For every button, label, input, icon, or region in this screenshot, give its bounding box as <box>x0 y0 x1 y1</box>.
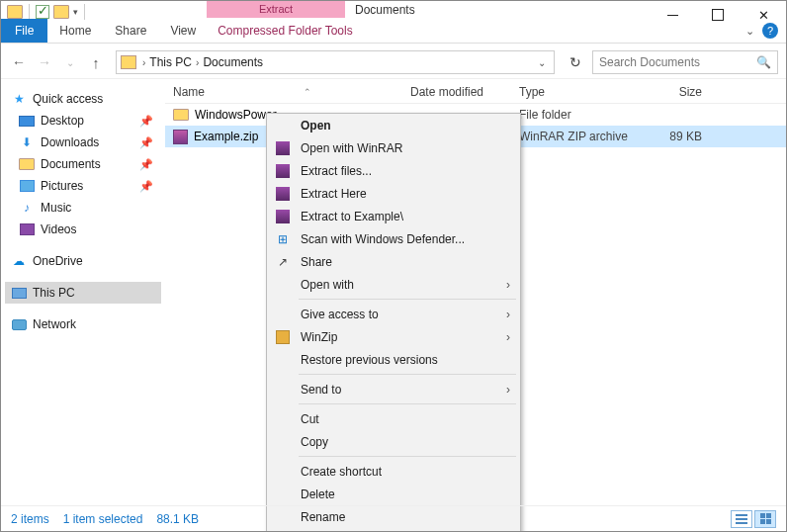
menu-item-open-with[interactable]: Open with› <box>267 273 520 296</box>
ribbon-collapse-icon[interactable]: ⌄ <box>745 25 754 38</box>
details-view-button[interactable] <box>731 510 752 528</box>
sidebar-item-onedrive[interactable]: ☁OneDrive <box>5 250 161 272</box>
menu-item-restore-versions[interactable]: Restore previous versions <box>267 348 520 371</box>
forward-button[interactable]: → <box>35 52 54 72</box>
pin-icon: 📌 <box>139 115 153 128</box>
pictures-icon <box>20 180 35 192</box>
crumb-sep-icon[interactable]: › <box>140 57 147 68</box>
sidebar-item-pictures[interactable]: Pictures📌 <box>5 175 161 197</box>
column-header-type[interactable]: Type <box>519 85 633 99</box>
view-tab[interactable]: View <box>158 19 208 43</box>
sidebar-label: Desktop <box>41 114 84 128</box>
sidebar-label: Quick access <box>33 92 103 106</box>
properties-qat-icon[interactable] <box>36 5 49 19</box>
file-size: 89 KB <box>633 130 712 143</box>
sidebar-item-downloads[interactable]: ⬇Downloads📌 <box>5 132 161 153</box>
sidebar-label: Downloads <box>41 135 99 149</box>
compressed-folder-tools-tab[interactable]: Compressed Folder Tools <box>208 19 363 43</box>
downloads-icon: ⬇ <box>19 134 35 150</box>
recent-dropdown-icon[interactable]: ⌄ <box>60 52 80 72</box>
back-button[interactable]: ← <box>9 52 29 72</box>
ribbon-border <box>1 43 786 44</box>
menu-item-share[interactable]: ↗Share <box>267 250 520 273</box>
search-input[interactable]: Search Documents 🔍 <box>592 50 778 74</box>
sidebar-label: Music <box>41 201 71 215</box>
qat-sep-2 <box>84 4 85 20</box>
search-placeholder: Search Documents <box>599 55 700 69</box>
qat-dropdown-icon[interactable]: ▾ <box>73 7 78 17</box>
address-folder-icon <box>121 55 136 69</box>
address-bar[interactable]: › This PC › Documents ⌄ <box>116 50 555 74</box>
menu-item-copy[interactable]: Copy <box>267 430 520 453</box>
file-type: WinRAR ZIP archive <box>519 130 633 143</box>
star-icon: ★ <box>11 91 27 107</box>
file-tab[interactable]: File <box>1 19 47 43</box>
menu-item-extract-to[interactable]: Extract to Example\ <box>267 205 520 227</box>
folder-icon[interactable] <box>7 5 23 19</box>
videos-icon <box>20 223 35 235</box>
view-mode-buttons <box>731 510 776 528</box>
defender-shield-icon: ⊞ <box>275 231 291 247</box>
music-icon: ♪ <box>19 200 35 216</box>
column-headers: Name⌃ Date modified Type Size <box>165 80 786 104</box>
sidebar-label: Pictures <box>41 179 83 193</box>
documents-icon <box>19 158 35 170</box>
pin-icon: 📌 <box>139 158 153 171</box>
folder-icon <box>173 109 189 121</box>
sidebar-item-videos[interactable]: Videos <box>5 219 161 240</box>
menu-separator <box>299 456 516 457</box>
menu-item-create-shortcut[interactable]: Create shortcut <box>267 460 520 483</box>
sidebar-label: Documents <box>41 157 101 171</box>
new-folder-qat-icon[interactable] <box>53 5 69 19</box>
sidebar-item-music[interactable]: ♪Music <box>5 197 161 219</box>
home-tab[interactable]: Home <box>47 19 103 43</box>
status-selected: 1 item selected <box>63 512 143 526</box>
navbar-border <box>1 78 786 79</box>
sort-asc-icon: ⌃ <box>304 87 311 97</box>
refresh-button[interactable]: ↻ <box>565 51 586 73</box>
menu-item-open[interactable]: Open <box>267 114 520 136</box>
winrar-icon <box>276 141 290 155</box>
menu-item-cut[interactable]: Cut <box>267 407 520 430</box>
submenu-arrow-icon: › <box>506 383 510 397</box>
menu-item-scan-defender[interactable]: ⊞Scan with Windows Defender... <box>267 227 520 250</box>
status-bar: 2 items 1 item selected 88.1 KB <box>1 505 786 531</box>
thumbnails-view-button[interactable] <box>754 510 776 528</box>
menu-separator <box>299 299 516 300</box>
sidebar-label: Network <box>33 317 76 331</box>
crumb-sep-icon[interactable]: › <box>194 57 201 68</box>
sidebar-item-network[interactable]: Network <box>5 313 161 335</box>
column-header-date[interactable]: Date modified <box>410 85 519 99</box>
address-dropdown-icon[interactable]: ⌄ <box>534 57 550 68</box>
crumb-this-pc[interactable]: This PC <box>147 55 194 69</box>
help-icon[interactable]: ? <box>762 23 778 39</box>
column-header-size[interactable]: Size <box>633 85 712 99</box>
share-icon: ↗ <box>275 254 291 270</box>
share-tab[interactable]: Share <box>103 19 158 43</box>
sidebar-item-quick-access[interactable]: ★Quick access <box>5 88 161 110</box>
sidebar-item-this-pc[interactable]: This PC <box>5 282 161 304</box>
sidebar-item-documents[interactable]: Documents📌 <box>5 153 161 175</box>
winrar-icon <box>276 164 290 178</box>
sidebar-item-desktop[interactable]: Desktop📌 <box>5 110 161 132</box>
menu-item-send-to[interactable]: Send to› <box>267 378 520 400</box>
sidebar-label: This PC <box>33 286 75 300</box>
menu-item-open-winrar[interactable]: Open with WinRAR <box>267 136 520 159</box>
winrar-icon <box>276 187 290 201</box>
network-icon <box>12 319 27 330</box>
column-header-name[interactable]: Name⌃ <box>165 85 410 99</box>
sidebar-label: Videos <box>41 222 76 236</box>
navigation-bar: ← → ⌄ ↑ › This PC › Documents ⌄ ↻ Search… <box>1 48 786 76</box>
menu-item-delete[interactable]: Delete <box>267 483 520 505</box>
submenu-arrow-icon: › <box>506 278 510 292</box>
menu-item-extract-here[interactable]: Extract Here <box>267 182 520 205</box>
menu-item-winzip[interactable]: WinZip› <box>267 325 520 348</box>
menu-item-give-access[interactable]: Give access to› <box>267 303 520 325</box>
crumb-documents[interactable]: Documents <box>201 55 265 69</box>
pin-icon: 📌 <box>139 180 153 193</box>
navigation-pane: ★Quick access Desktop📌 ⬇Downloads📌 Docum… <box>1 80 165 505</box>
menu-item-extract-files[interactable]: Extract files... <box>267 159 520 182</box>
up-button[interactable]: ↑ <box>86 52 106 72</box>
onedrive-icon: ☁ <box>11 253 27 269</box>
submenu-arrow-icon: › <box>506 308 510 321</box>
